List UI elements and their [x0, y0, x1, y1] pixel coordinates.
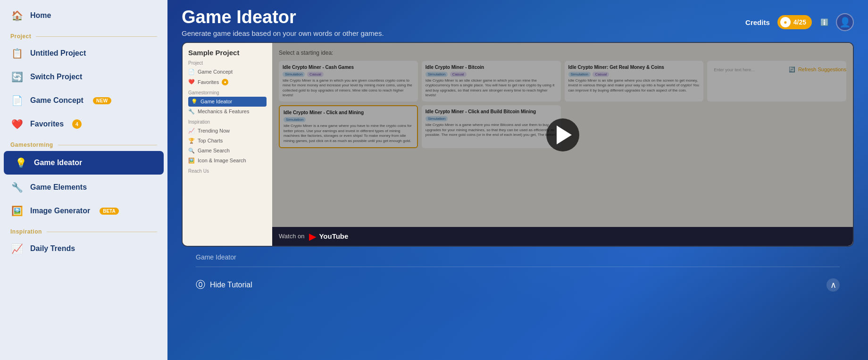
vp-favorites[interactable]: ❤️ Favorites ● — [188, 77, 267, 87]
home-icon: 🏠 — [10, 10, 24, 21]
vp-favorites-icon: ❤️ — [188, 79, 195, 85]
vp-top-charts-icon: 🏆 — [188, 138, 195, 144]
page-title: Game Ideator — [182, 8, 384, 27]
sidebar-favorites-label: Favorites — [30, 120, 64, 128]
switch-project-icon: 🔄 — [10, 71, 24, 83]
vp-gamestorming-section: Gamestorming — [188, 90, 267, 95]
game-concept-badge: NEW — [93, 97, 111, 104]
help-circle-icon: ⓪ — [196, 278, 205, 291]
vp-game-ideator-active[interactable]: 💡 Game Ideator — [188, 97, 267, 107]
sidebar-item-game-ideator[interactable]: 💡 Game Ideator — [4, 151, 164, 175]
sidebar-switch-project-label: Switch Project — [30, 73, 82, 81]
sidebar-item-image-generator[interactable]: 🖼️ Image Generator BETA — [0, 199, 167, 223]
header-left: Game Ideator Generate game ideas based o… — [182, 8, 384, 37]
play-triangle — [557, 126, 572, 144]
vp-icon-search-label: Icon & Image Search — [198, 158, 246, 163]
daily-trends-icon: 📈 — [10, 243, 24, 254]
sidebar-game-concept-label: Game Concept — [30, 96, 83, 105]
vp-game-concept-icon: 📄 — [188, 69, 195, 75]
page-subtitle: Generate game ideas based on your own wo… — [182, 29, 384, 37]
sample-project-title: Sample Project — [188, 49, 267, 57]
video-mock: Sample Project Project 📄 Game Concept ❤️… — [183, 43, 853, 246]
sidebar-item-untitled-project[interactable]: 📋 Untitled Project — [0, 42, 167, 65]
inspiration-section-label: Inspiration — [0, 223, 167, 237]
untitled-project-icon: 📋 — [10, 48, 24, 59]
youtube-bar: Watch on ▶ YouTube — [272, 227, 853, 246]
watch-on-text: Watch on — [279, 233, 304, 240]
hide-tutorial-button[interactable]: ⓪ Hide Tutorial — [196, 278, 252, 291]
vp-project-section: Project — [188, 60, 267, 66]
game-ideator-link[interactable]: Game Ideator — [196, 253, 840, 261]
vp-game-search-icon: 🔍 — [188, 148, 195, 154]
vp-mechanics-label: Mechanics & Features — [198, 109, 249, 114]
main-header: Game Ideator Generate game ideas based o… — [167, 0, 868, 42]
favorites-icon: ❤️ — [10, 118, 24, 130]
game-elements-icon: 🔧 — [10, 182, 24, 193]
youtube-logo: ▶ YouTube — [309, 231, 348, 242]
user-avatar[interactable]: 👤 — [836, 13, 854, 31]
game-ideator-icon: 💡 — [14, 157, 27, 168]
game-concept-icon: 📄 — [10, 95, 24, 106]
credits-label: Credits — [745, 18, 770, 26]
gamestorming-section-label: Gamestorming — [0, 136, 167, 150]
sidebar-item-game-concept[interactable]: 📄 Game Concept NEW — [0, 89, 167, 112]
credits-value: 4/25 — [793, 18, 806, 26]
video-overlay: Sample Project Project 📄 Game Concept ❤️… — [183, 43, 853, 246]
vp-game-concept-label: Game Concept — [198, 69, 233, 75]
sidebar-image-generator-label: Image Generator — [30, 207, 90, 215]
sidebar-home-label: Home — [30, 11, 51, 20]
vp-reach-us: Reach Us — [188, 168, 267, 174]
vp-inspiration-section: Inspiration — [188, 119, 267, 125]
vp-game-search[interactable]: 🔍 Game Search — [188, 146, 267, 156]
vp-icon-search[interactable]: 🖼️ Icon & Image Search — [188, 156, 267, 166]
sidebar-item-home[interactable]: 🏠 Home — [0, 4, 167, 27]
hide-tutorial-label: Hide Tutorial — [210, 281, 252, 289]
image-generator-icon: 🖼️ — [10, 205, 24, 217]
project-section-label: Project — [0, 27, 167, 42]
video-container: L Ludo Game Ideator 🕐 Watch Later ↗ Shar… — [182, 42, 854, 247]
sidebar-item-switch-project[interactable]: 🔄 Switch Project — [0, 65, 167, 89]
sidebar-item-game-elements[interactable]: 🔧 Game Elements — [0, 176, 167, 199]
vp-mechanics-icon: 🔧 — [188, 109, 195, 115]
vp-top-charts-label: Top Charts — [198, 138, 223, 143]
vp-ideator-icon: 💡 — [191, 99, 198, 105]
favorites-count-badge: 4 — [72, 119, 82, 129]
vp-mechanics[interactable]: 🔧 Mechanics & Features — [188, 107, 267, 117]
play-button[interactable] — [546, 118, 579, 151]
vp-game-concept[interactable]: 📄 Game Concept — [188, 67, 267, 77]
hide-tutorial-row: ⓪ Hide Tutorial ∧ — [196, 272, 840, 298]
sidebar-item-favorites[interactable]: ❤️ Favorites 4 — [0, 112, 167, 136]
bottom-area: Game Ideator ⓪ Hide Tutorial ∧ — [182, 247, 854, 298]
play-overlay — [272, 43, 853, 227]
vp-trending[interactable]: 📈 Trending Now — [188, 126, 267, 136]
sidebar: 🏠 Home Project 📋 Untitled Project 🔄 Swit… — [0, 0, 167, 360]
vp-trending-label: Trending Now — [198, 128, 230, 134]
vp-game-search-label: Game Search — [198, 148, 230, 153]
collapse-button[interactable]: ∧ — [826, 278, 840, 292]
sidebar-untitled-project-label: Untitled Project — [30, 49, 86, 58]
image-generator-badge: BETA — [100, 208, 118, 215]
sidebar-game-ideator-label: Game Ideator — [34, 159, 82, 167]
vp-ideator-label: Game Ideator — [200, 99, 232, 104]
divider — [196, 267, 840, 267]
vp-favorites-count: ● — [222, 79, 228, 85]
youtube-brand: YouTube — [319, 232, 348, 240]
credits-pill: ● 4/25 — [777, 15, 812, 29]
vp-favorites-label: Favorites — [198, 79, 219, 85]
sidebar-daily-trends-label: Daily Trends — [30, 244, 75, 253]
sidebar-game-elements-label: Game Elements — [30, 183, 87, 192]
vp-icon-search-icon: 🖼️ — [188, 158, 195, 164]
tutorial-area: L Ludo Game Ideator 🕐 Watch Later ↗ Shar… — [182, 42, 854, 298]
video-left-panel: Sample Project Project 📄 Game Concept ❤️… — [183, 43, 272, 246]
vp-trending-icon: 📈 — [188, 128, 195, 134]
chevron-up-icon: ∧ — [830, 280, 836, 290]
header-right: Credits ● 4/25 ℹ️ 👤 — [745, 13, 854, 31]
youtube-icon: ▶ — [309, 231, 316, 242]
vp-top-charts[interactable]: 🏆 Top Charts — [188, 136, 267, 146]
sidebar-item-daily-trends[interactable]: 📈 Daily Trends — [0, 237, 167, 260]
credits-coin-icon: ● — [780, 17, 791, 27]
main-content: Game Ideator Generate game ideas based o… — [167, 0, 868, 360]
credits-info-icon[interactable]: ℹ️ — [820, 18, 828, 26]
